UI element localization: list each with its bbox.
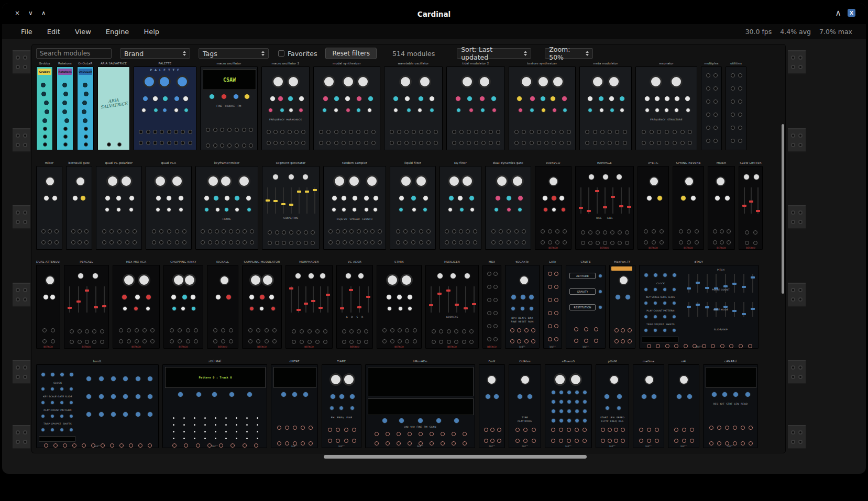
module-tile[interactable]: macro oscillatorCSAWFINE COARSE FM xyxy=(200,61,258,153)
jack-icon xyxy=(288,141,292,145)
menu-help[interactable]: Help xyxy=(144,28,159,36)
brand-filter-select[interactable]: Brand xyxy=(120,48,190,59)
module-tile[interactable]: bordLCLOCKKEY SCALE GATE SLIDEPLAY COUNT… xyxy=(36,359,159,451)
horizontal-scrollbar[interactable] xyxy=(324,455,587,459)
module-tile[interactable]: RAMPAGERISE FALLBEFACO xyxy=(575,160,634,252)
module-tile[interactable]: GrubbyGrubby xyxy=(36,61,53,153)
knob-icon xyxy=(249,274,262,286)
menu-edit[interactable]: Edit xyxy=(47,28,60,36)
module-tile[interactable]: STMIXBEFACO xyxy=(377,259,422,351)
module-tile[interactable]: maGmabId°° xyxy=(633,359,664,451)
module-tile[interactable]: SPRING REVERBBEFACO xyxy=(673,160,704,252)
module-tile[interactable]: PALETTEP A L E T T E xyxy=(134,61,196,153)
menu-file[interactable]: File xyxy=(21,28,32,36)
module-tile[interactable]: bernoulli gate xyxy=(66,160,92,252)
knob-icon xyxy=(209,94,215,99)
jack-icon xyxy=(150,339,155,343)
tags-filter-select[interactable]: Tags xyxy=(199,48,269,59)
module-tile[interactable]: OnOuLaROnOuLaR xyxy=(77,61,94,153)
module-tile[interactable]: VC ADSRA D S RBEFACO xyxy=(336,259,373,351)
module-tile[interactable]: liMonADeUNI V/O FINE FM SCANbId°° xyxy=(365,359,475,451)
module-panel: BEFACO xyxy=(36,265,60,349)
module-tile[interactable]: dIKTATbId°° xyxy=(271,359,318,451)
jack-icon xyxy=(445,240,449,244)
module-tile[interactable]: EQ filter xyxy=(440,160,481,252)
menu-engine[interactable]: Engine xyxy=(106,28,129,36)
module-tile[interactable]: MORPHADERBEFACO xyxy=(285,259,333,351)
module-tile[interactable]: TiAREFM FREQ FINEbId°° xyxy=(322,359,361,451)
knob-icon xyxy=(352,195,358,201)
module-tile[interactable]: SLEW LIMITERBEFACO xyxy=(739,160,763,252)
module-tile[interactable]: dual dynamics gate xyxy=(485,160,531,252)
module-title: MIXER xyxy=(708,160,735,166)
jack-icon xyxy=(749,426,753,430)
module-tile[interactable]: KICKALLBEFACO xyxy=(207,259,238,351)
zoom-select[interactable]: Zoom: 50% xyxy=(545,48,593,59)
module-tile[interactable]: pOùMSTART LEN SPEEDFLTYP FREQ RESbId°° xyxy=(596,359,629,451)
module-tile[interactable]: modal synthesizer xyxy=(313,61,380,153)
jack-icon xyxy=(544,141,548,145)
module-tile[interactable]: liquid filter xyxy=(390,160,436,252)
knob-icon xyxy=(495,195,501,201)
module-tile[interactable]: OUAIveTYPEPLAY MODEbId°° xyxy=(509,359,541,451)
module-tile[interactable]: texture synthesizer xyxy=(509,61,576,153)
module-tile[interactable]: MIXERBEFACO xyxy=(708,160,735,252)
module-tile[interactable]: LATebId°° xyxy=(543,259,562,351)
module-tile[interactable]: quad VCA xyxy=(146,160,192,252)
module-tile[interactable]: HEX MIX VCABEFACO xyxy=(113,259,160,351)
reset-filters-button[interactable]: Reset filters xyxy=(325,48,377,59)
knob-icon xyxy=(469,195,475,201)
module-tile[interactable]: CHOPPING KINKYBEFACO xyxy=(163,259,203,351)
module-tile[interactable]: keyframer/mixerFRAME xyxy=(195,160,258,252)
module-tile[interactable]: DUAL ATTENUVERTERBEFACO xyxy=(36,259,60,351)
jack-icon xyxy=(688,130,692,134)
menu-bar: File Edit View Engine Help 30.0 fps 4.4%… xyxy=(2,24,866,39)
module-tile[interactable]: MEXBEFACO xyxy=(482,259,501,351)
module-tile[interactable]: tOCAnTeBPH BEATS BARFINE RESET RUNbId°° xyxy=(505,259,540,351)
module-tile[interactable]: random samplerDEJA VU SPREAD LENGTH xyxy=(323,160,386,252)
module-tile[interactable]: wavetable oscillator xyxy=(384,61,443,153)
module-tile[interactable]: zOÙ MAÏPattern 0 : Track 0bId°° xyxy=(162,359,267,451)
slider-handle-icon xyxy=(742,286,746,288)
favorites-checkbox[interactable] xyxy=(278,50,284,57)
module-tile[interactable]: oAibId°° xyxy=(668,359,699,451)
jack-icon xyxy=(532,428,536,432)
module-tile[interactable]: MUXLICERADDRESSBEFACO xyxy=(425,259,479,351)
module-tile[interactable]: eDsaroSbId°° xyxy=(545,359,592,451)
panel-label: SHAPE/TIME xyxy=(262,217,319,219)
module-tile[interactable]: segment generatorSHAPE/TIME xyxy=(262,160,320,252)
module-panel: SHAPE/TIME xyxy=(262,166,320,250)
module-tile[interactable]: ChUTEALTITUDEGRAVITYRESTITUTIONbId°° xyxy=(566,259,606,351)
module-tile[interactable]: meta modulator xyxy=(579,61,632,153)
module-tile[interactable]: RotatoesRotatoes xyxy=(57,61,73,153)
module-tile[interactable]: ForKbId°° xyxy=(479,359,505,451)
knob-icon xyxy=(215,207,220,212)
knob-icon xyxy=(233,94,239,99)
module-tile[interactable]: utilities xyxy=(726,61,746,153)
module-tile[interactable]: dTrOYCLOCKKEY SCALE GATE SLIDEPLAY COUNT… xyxy=(639,259,759,351)
module-panel: BEFACO xyxy=(739,166,763,250)
jack-icon xyxy=(243,229,247,233)
module-tile[interactable]: A*B+CBEFACO xyxy=(638,160,669,252)
module-tile[interactable]: cANARdREC G/T STRT LEN READbId°° xyxy=(703,359,758,451)
search-input[interactable] xyxy=(36,48,112,59)
module-tile[interactable]: ARiA SALVATRiCEARiA SALVATRiCE xyxy=(97,61,130,153)
module-tile[interactable]: tidal modulator 2 xyxy=(446,61,505,153)
knob-icon xyxy=(41,400,45,405)
sort-select[interactable]: Sort: Last updated xyxy=(457,48,531,59)
knob-icon xyxy=(459,207,464,212)
module-tile[interactable]: resonatorFREQUENCY STRUCTURE xyxy=(635,61,697,153)
jack-icon xyxy=(51,339,55,343)
module-tile[interactable]: evenVCOBEFACO xyxy=(535,160,572,252)
vertical-scrollbar[interactable] xyxy=(782,124,784,294)
brand-logo: BEFACO xyxy=(673,247,704,249)
module-tile[interactable]: PERCALLBEFACO xyxy=(64,259,109,351)
module-tile[interactable]: quad VC-polarizer xyxy=(96,160,142,252)
module-tile[interactable]: macro oscillator 2FREQUENCY HARMONICS xyxy=(261,61,310,153)
module-tile[interactable]: MaxFun.TF xyxy=(609,259,635,351)
menu-view[interactable]: View xyxy=(75,28,91,36)
module-tile[interactable]: SAMPLING MODULATORBEFACO xyxy=(242,259,282,351)
pin-icon[interactable]: ∧ xyxy=(835,9,841,17)
module-tile[interactable]: multiples xyxy=(701,61,722,153)
module-tile[interactable]: mixer xyxy=(36,160,62,252)
